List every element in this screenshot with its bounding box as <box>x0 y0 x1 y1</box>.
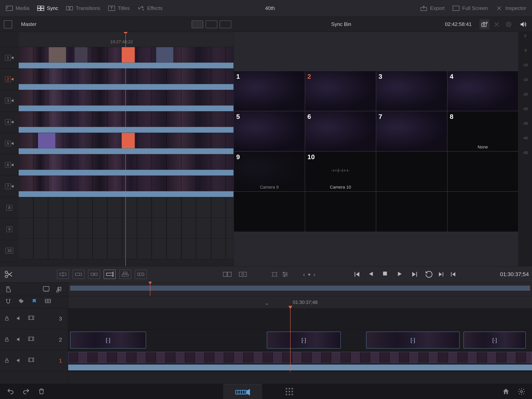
timeline-timecode[interactable]: 01:30:37;54 <box>500 271 529 277</box>
timeline-lock-icon[interactable] <box>5 285 13 293</box>
sliders-button[interactable] <box>281 270 289 279</box>
timeline-overview[interactable] <box>68 283 532 296</box>
timeline-track-2[interactable]: [·] [·] [·] [·] <box>68 330 532 351</box>
home-button[interactable] <box>502 388 510 395</box>
camera-view-button[interactable] <box>479 19 489 29</box>
camera-angle-9[interactable]: 9Camera 9 <box>234 152 305 191</box>
src-track-3[interactable] <box>19 90 234 111</box>
timeline-track-1[interactable] <box>68 351 532 372</box>
tab-media[interactable]: Media <box>6 5 29 11</box>
tab-sync[interactable]: Sync <box>37 5 58 11</box>
timeline-clip[interactable]: [·] <box>267 332 341 348</box>
export-button[interactable]: Export <box>420 5 444 11</box>
timeline-track-3[interactable] <box>68 309 532 330</box>
camera-angle-7[interactable]: 7Camera 7 <box>376 111 447 151</box>
go-start-button[interactable] <box>353 270 361 278</box>
next-clip-button[interactable] <box>437 270 445 278</box>
camera-angle-10[interactable]: 10Camera 10 <box>305 152 376 191</box>
audio-scrub-button[interactable] <box>18 298 26 306</box>
closeup-button[interactable] <box>104 270 116 279</box>
src-track-10[interactable] <box>19 238 234 259</box>
tab-transitions[interactable]: Transitions <box>66 5 100 11</box>
timeline-clip[interactable]: [·] <box>463 332 526 348</box>
overview-playhead[interactable] <box>150 284 150 296</box>
film-icon[interactable] <box>28 315 35 322</box>
redo-button[interactable] <box>22 388 30 395</box>
cut-button[interactable] <box>237 270 249 279</box>
viewer-timecode[interactable]: 02:42:58:41 <box>445 21 472 27</box>
timeline-clip[interactable]: [·] <box>70 332 146 348</box>
src-track-header-10[interactable]: 10 <box>0 240 19 261</box>
lock-icon[interactable] <box>4 336 11 343</box>
src-track-2[interactable] <box>19 69 234 90</box>
timeline-track-header-2[interactable]: 2 <box>0 329 68 350</box>
speaker-icon[interactable] <box>16 358 23 364</box>
undo-button[interactable] <box>7 388 14 395</box>
timeline-ruler[interactable]: ⌄ 01:30:37;48 <box>68 296 532 309</box>
source-track-area[interactable]: 19:27:40;22 <box>19 32 234 266</box>
camera-angle-1[interactable]: 1Camera 1 <box>234 71 305 111</box>
src-track-header-2[interactable]: 2 <box>0 69 19 90</box>
src-track-header-7[interactable]: 7 <box>0 176 19 197</box>
loop-button[interactable] <box>425 270 433 278</box>
src-track-header-8[interactable]: 8 <box>0 197 19 219</box>
camera-angle-5[interactable]: 5Camera 5 <box>234 111 305 151</box>
timeline-tracks[interactable]: [·] [·] [·] [·] <box>68 309 532 372</box>
speaker-icon[interactable] <box>16 336 23 343</box>
inspector-button[interactable]: Inspector <box>496 5 526 11</box>
view-strip-button[interactable] <box>206 20 217 28</box>
video-only-button[interactable] <box>42 285 50 293</box>
src-track-header-9[interactable]: 9 <box>0 219 19 240</box>
fullscreen-button[interactable]: Full Screen <box>453 5 488 11</box>
play-button[interactable] <box>396 270 404 278</box>
camera-angle-3[interactable]: 3Camera 3 <box>376 71 447 111</box>
stop-button[interactable] <box>382 270 390 278</box>
sync-lock-button[interactable] <box>271 270 279 279</box>
next-edit-button[interactable]: › <box>313 271 316 278</box>
play-reverse-button[interactable] <box>367 270 375 278</box>
src-track-9[interactable] <box>19 218 234 238</box>
src-track-8[interactable] <box>19 197 234 218</box>
timeline-track-header-1[interactable]: 1 <box>0 350 68 371</box>
edit-page-tab[interactable] <box>270 384 309 399</box>
src-track-4[interactable] <box>19 111 234 133</box>
view-thumb-button[interactable] <box>192 20 203 28</box>
lock-icon[interactable] <box>4 315 11 322</box>
source-overwrite-button[interactable] <box>135 270 147 279</box>
source-playhead[interactable] <box>125 32 126 266</box>
place-on-top-button[interactable] <box>119 270 131 279</box>
timeline-playhead[interactable] <box>290 309 291 372</box>
audio-only-button[interactable] <box>56 285 63 293</box>
marker-button[interactable] <box>31 298 39 306</box>
scopes-button[interactable] <box>504 19 514 29</box>
bin-path[interactable]: Master <box>21 21 36 27</box>
snap-button[interactable] <box>5 298 13 306</box>
prev-clip-button[interactable] <box>450 270 457 278</box>
timeline-audio-waveform[interactable] <box>68 365 532 370</box>
delete-button[interactable] <box>38 388 45 395</box>
camera-angle-6[interactable]: 6Camera 6 <box>305 111 376 151</box>
chevron-down-icon[interactable]: ⌄ <box>265 300 269 306</box>
src-track-header-1[interactable]: 1 <box>0 47 19 69</box>
ripple-button[interactable] <box>88 270 100 279</box>
dissolve-button[interactable] <box>221 270 233 279</box>
film-icon[interactable] <box>28 358 35 364</box>
camera-angle-8[interactable]: 8None <box>448 111 518 151</box>
settings-button[interactable] <box>518 388 525 395</box>
src-track-7[interactable] <box>19 176 234 197</box>
smart-insert-button[interactable] <box>57 270 69 279</box>
split-button[interactable] <box>4 270 14 279</box>
prev-edit-button[interactable]: ‹ <box>303 271 305 278</box>
src-track-header-5[interactable]: 5 <box>0 133 19 154</box>
src-track-6[interactable] <box>19 154 234 176</box>
src-track-header-4[interactable]: 4 <box>0 111 19 133</box>
go-end-button[interactable] <box>411 270 419 278</box>
lock-icon[interactable] <box>4 358 11 364</box>
timeline-clip[interactable]: [·] <box>366 332 460 348</box>
speaker-icon[interactable] <box>16 315 23 322</box>
src-track-header-3[interactable]: 3 <box>0 90 19 111</box>
src-track-5[interactable] <box>19 133 234 154</box>
src-track-1[interactable] <box>19 47 234 69</box>
src-track-header-6[interactable]: 6 <box>0 154 19 176</box>
source-ruler[interactable]: 19:27:40;22 <box>19 32 234 47</box>
